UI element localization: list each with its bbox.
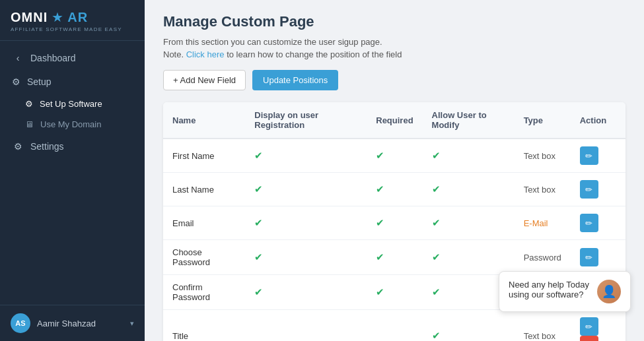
sidebar-item-setup-header[interactable]: ⚙ Setup xyxy=(0,70,145,94)
sidebar-item-dashboard[interactable]: ‹ Dashboard xyxy=(0,46,145,70)
cell-display: ✔ xyxy=(245,206,367,240)
click-here-link[interactable]: Click here xyxy=(186,49,225,59)
table-row: First Name✔✔✔Text box✏ xyxy=(163,139,626,173)
logo-tagline: AFFILIATE SOFTWARE MADE EASY xyxy=(11,26,134,32)
cell-required: ✔ xyxy=(367,206,422,240)
check-icon: ✔ xyxy=(432,330,441,341)
edit-button[interactable]: ✏ xyxy=(580,214,598,232)
setup-software-icon: ⚙ xyxy=(25,99,33,109)
type-value: Password xyxy=(524,253,561,263)
edit-button[interactable]: ✏ xyxy=(580,248,598,266)
edit-button[interactable]: ✏ xyxy=(580,317,598,336)
note-prefix: Note. xyxy=(163,49,184,59)
col-action: Action xyxy=(571,102,626,139)
cell-required xyxy=(367,310,422,342)
chat-avatar: 👤 xyxy=(597,280,621,303)
edit-button[interactable]: ✏ xyxy=(580,146,598,165)
sidebar-nav: ‹ Dashboard ⚙ Setup ⚙ Set Up Software 🖥 … xyxy=(0,41,145,305)
col-name: Name xyxy=(163,102,245,139)
cell-display: ✔ xyxy=(245,275,367,310)
chat-bubble: Need any help Today using our software? … xyxy=(499,271,631,312)
cell-display: ✔ xyxy=(245,240,367,275)
logo-name: OMNI xyxy=(11,10,48,25)
cell-action: ✏ xyxy=(571,139,626,173)
logo-area: OMNI ★ AR AFFILIATE SOFTWARE MADE EASY xyxy=(0,0,145,41)
cell-type: E-Mail xyxy=(515,206,571,240)
cell-action: ✏ xyxy=(571,206,626,240)
cell-display xyxy=(245,310,367,342)
type-value: E-Mail xyxy=(524,218,548,228)
sidebar-dashboard-label: Dashboard xyxy=(30,53,76,63)
setup-icon: ⚙ xyxy=(12,77,20,87)
table-row: Email✔✔✔E-Mail✏ xyxy=(163,206,626,240)
check-icon: ✔ xyxy=(376,150,384,161)
cell-allow-modify: ✔ xyxy=(423,173,515,206)
cell-name: Choose Password xyxy=(163,240,245,275)
sidebar-item-use-my-domain[interactable]: 🖥 Use My Domain xyxy=(0,114,145,135)
logo-name2: AR xyxy=(67,10,88,25)
type-value: Text box xyxy=(524,185,555,195)
check-icon: ✔ xyxy=(432,286,441,297)
cell-type: Text box xyxy=(515,173,571,206)
check-icon: ✔ xyxy=(432,251,441,263)
chat-text: Need any help Today using our software? xyxy=(509,280,592,299)
avatar: AS xyxy=(11,313,30,333)
check-icon: ✔ xyxy=(432,150,441,161)
user-name: Aamir Shahzad xyxy=(37,319,96,328)
cell-display: ✔ xyxy=(245,139,367,173)
sidebar-item-settings[interactable]: ⚙ Settings xyxy=(0,135,145,158)
col-type: Type xyxy=(515,102,571,139)
cell-required: ✔ xyxy=(367,139,422,173)
type-value: Text box xyxy=(524,331,555,341)
page-note: Note. Click here to learn how to change … xyxy=(163,49,626,59)
chevron-down-icon: ▾ xyxy=(130,319,134,328)
check-icon: ✔ xyxy=(254,150,263,161)
sidebar-setup-label: Setup xyxy=(27,77,52,87)
check-icon: ✔ xyxy=(254,286,263,297)
cell-allow-modify: ✔ xyxy=(423,240,515,275)
page-title: Manage Custom Page xyxy=(163,13,626,30)
sidebar-item-setup-software[interactable]: ⚙ Set Up Software xyxy=(0,94,145,114)
table-header-row: Name Display on user Registration Requir… xyxy=(163,102,626,139)
cell-required: ✔ xyxy=(367,173,422,206)
check-icon: ✔ xyxy=(432,217,441,228)
table-row: Title✔Text box✏🗑 xyxy=(163,310,626,342)
cell-action: ✏🗑 xyxy=(571,310,626,342)
check-icon: ✔ xyxy=(376,251,384,263)
check-icon: ✔ xyxy=(376,183,384,195)
cell-allow-modify: ✔ xyxy=(423,206,515,240)
cell-action: ✏ xyxy=(571,173,626,206)
check-icon: ✔ xyxy=(376,217,384,228)
col-allow-modify: Allow User to Modify xyxy=(423,102,515,139)
check-icon: ✔ xyxy=(254,217,263,228)
cell-name: Email xyxy=(163,206,245,240)
cell-type: Password xyxy=(515,240,571,275)
cell-type: Text box xyxy=(515,310,571,342)
add-new-field-button[interactable]: + Add New Field xyxy=(163,70,246,90)
check-icon: ✔ xyxy=(254,251,263,263)
cell-display: ✔ xyxy=(245,173,367,206)
update-positions-button[interactable]: Update Positions xyxy=(252,70,338,90)
cell-action: ✏ xyxy=(571,240,626,275)
cell-name: Last Name xyxy=(163,173,245,206)
cell-type: Text box xyxy=(515,139,571,173)
cell-name: Title xyxy=(163,310,245,342)
cell-allow-modify: ✔ xyxy=(423,139,515,173)
check-icon: ✔ xyxy=(254,183,263,195)
delete-button[interactable]: 🗑 xyxy=(580,336,598,341)
page-description: From this section you can customize the … xyxy=(163,37,626,47)
cell-name: Confirm Password xyxy=(163,275,245,310)
cell-allow-modify: ✔ xyxy=(423,310,515,342)
user-footer[interactable]: AS Aamir Shahzad ▾ xyxy=(0,305,145,341)
check-icon: ✔ xyxy=(432,183,441,195)
sidebar: OMNI ★ AR AFFILIATE SOFTWARE MADE EASY ‹… xyxy=(0,0,145,341)
col-required: Required xyxy=(367,102,422,139)
toolbar: + Add New Field Update Positions xyxy=(163,70,626,90)
sidebar-use-my-domain-label: Use My Domain xyxy=(40,119,101,129)
chat-message: Need any help Today using our software? xyxy=(509,280,589,299)
edit-button[interactable]: ✏ xyxy=(580,180,598,199)
check-icon: ✔ xyxy=(376,286,384,297)
logo-star: ★ xyxy=(52,9,63,25)
table-row: Last Name✔✔✔Text box✏ xyxy=(163,173,626,206)
table-row: Choose Password✔✔✔Password✏ xyxy=(163,240,626,275)
